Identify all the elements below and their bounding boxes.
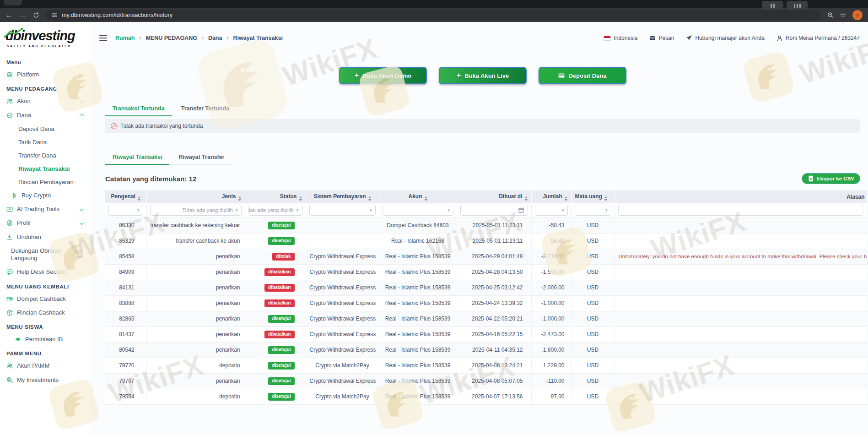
export-csv-button[interactable]: x Ekspor ke CSV [802, 173, 860, 184]
cell-sistem [306, 233, 379, 249]
filter-jenis[interactable]: Tidak ada yang dipilih▾ [150, 205, 242, 216]
cell-status: disetujui [245, 218, 306, 233]
cell-dibuat: 2025-04-22 05:20:21 [457, 311, 531, 326]
sidebar-item-ai-trading-tools[interactable]: AIAI Trading Tools [0, 202, 90, 216]
profile-avatar[interactable]: r [852, 10, 863, 20]
sidebar-item-rincian-pembayaran[interactable]: Rincian Pembayaran [0, 175, 90, 189]
sidebar-item-my-investments[interactable]: My Investments [0, 373, 90, 387]
filter-mata-uang[interactable]: ▾ [575, 205, 611, 216]
sidebar-item-buy-crypto[interactable]: BBuy Crypto [0, 189, 90, 202]
sidebar-item-akun[interactable]: Akun [0, 94, 90, 108]
paper-plane-icon [686, 35, 692, 41]
sidebar-item-help-desk-section[interactable]: Help Desk Section [0, 265, 90, 279]
zoom-icon[interactable] [827, 12, 834, 18]
filter-pengenal[interactable]: ▾ [108, 205, 143, 216]
url-bar[interactable]: my.dbinvesting.com/id/transactions/histo… [46, 10, 821, 21]
brand-logo[interactable]: dbinvesting SAFELY AND REGULATED [0, 27, 90, 49]
sort-icon[interactable] [238, 196, 241, 201]
language-selector[interactable]: Indonesia [604, 35, 637, 41]
logo-swoosh-icon [4, 27, 24, 39]
browser-tab[interactable] [4, 0, 22, 5]
cell-akun: Real - Islamic Plus 158539 [379, 342, 457, 358]
col-status[interactable]: Status [245, 190, 306, 203]
cell-akun: Real - Islamic Plus 158539 [379, 295, 457, 311]
site-info-icon[interactable] [51, 12, 58, 18]
col-dibuat-di[interactable]: Dibuat di [457, 190, 531, 203]
cell-mata-uang: USD [571, 326, 615, 342]
back-icon[interactable]: ← [5, 11, 13, 19]
col-alasan[interactable]: Alasan [615, 190, 867, 203]
col-jumlah[interactable]: Jumlah [531, 190, 571, 203]
col-pengenal[interactable]: Pengenal [105, 190, 146, 203]
sort-icon[interactable] [604, 196, 607, 201]
filter-status[interactable]: Tidak ada yang dipilih▾ [248, 205, 302, 216]
menu-toggle[interactable] [99, 35, 107, 41]
user-menu[interactable]: Roni Meisa Permana / 263247 [776, 35, 860, 41]
messages-link[interactable]: Pesan [649, 35, 674, 41]
forward-icon[interactable]: → [19, 11, 27, 19]
sort-icon[interactable] [299, 196, 302, 201]
cell-dibuat: 2025-05-01 11:23:11 [457, 233, 531, 249]
cell-dibuat: 2025-04-07 17:13:56 [457, 389, 531, 404]
tab-riwayat-transaksi[interactable]: Riwayat Transaksi [105, 151, 169, 165]
col-sistem-pembayaran[interactable]: Sistem Pembayaran [306, 190, 379, 203]
sidebar-item-transfer-dana[interactable]: Transfer Dana [0, 149, 90, 162]
user-icon [776, 35, 783, 41]
chevron-down-icon: ▾ [236, 208, 238, 212]
search-user-icon [6, 377, 13, 383]
sidebar-item-permintaan-ib[interactable]: Permintaan IB [0, 332, 90, 346]
table-row: 81437penarikandibatalkanCrypto Withdrawa… [105, 326, 867, 342]
sidebar-item-dukungan-obrolan-langsung[interactable]: Dukungan Obrolan Langsung [0, 244, 90, 266]
sidebar-item-rincian-cashback[interactable]: $Rincian Cashback [0, 306, 90, 320]
chevron-down-icon [80, 207, 84, 211]
breadcrumb-dana[interactable]: Dana [208, 35, 222, 41]
sidebar-item-deposit-dana[interactable]: Deposit Dana [0, 122, 90, 136]
col-akun[interactable]: Akun [379, 190, 457, 203]
sort-icon[interactable] [368, 196, 371, 201]
filter-jumlah[interactable]: ▾ [535, 205, 568, 216]
sidebar-item-profil[interactable]: Profil [0, 216, 90, 230]
contact-manager-link[interactable]: Hubungi manajer akun Anda [686, 35, 764, 41]
cell-id: 86330 [105, 218, 146, 233]
open-demo-account-button[interactable]: + Buka Akun Demo [339, 67, 427, 84]
sidebar-item-dana[interactable]: Dana [0, 109, 90, 122]
sidebar-item-unduhan[interactable]: Unduhan [0, 230, 90, 244]
filter-alasan[interactable] [618, 205, 863, 216]
breadcrumb-current: Riwayat Transaksi [233, 35, 282, 41]
breadcrumb-rumah[interactable]: Rumah [115, 35, 135, 41]
tab-transaksi-tertunda[interactable]: Transaksi Tertunda [105, 103, 172, 116]
filter-dibuat-di[interactable] [460, 205, 528, 216]
sort-icon[interactable] [138, 196, 140, 201]
cell-status: disetujui [245, 342, 306, 358]
breadcrumb: Rumah › MENU PEDAGANG › Dana › Riwayat T… [115, 35, 283, 41]
filter-akun[interactable]: ▾ [383, 205, 453, 216]
col-mata-uang[interactable]: Mata uang [571, 190, 615, 203]
cell-jumlah: -2,000.00 [531, 280, 571, 295]
deposit-funds-button[interactable]: Deposit Dana [539, 67, 626, 84]
cell-id: 82865 [105, 311, 146, 326]
col-jenis[interactable]: Jenis [146, 190, 245, 203]
bitcoin-icon: B [11, 192, 17, 199]
reload-icon[interactable] [33, 12, 39, 18]
sidebar-section-pamm-menu: PAMM MENU [0, 346, 90, 359]
sort-icon[interactable] [425, 196, 427, 201]
tab-riwayat-transfer[interactable]: Riwayat Transfer [171, 151, 232, 165]
download-icon [6, 234, 13, 240]
prohibit-icon [111, 123, 117, 129]
users-icon [6, 98, 13, 104]
sidebar-item-riwayat-transaksi[interactable]: Riwayat Transaksi [0, 162, 90, 175]
sort-icon[interactable] [525, 196, 528, 201]
sidebar-item-akun-pamm[interactable]: Akun PAMM [0, 359, 90, 373]
sidebar-item-tarik-dana[interactable]: Tarik Dana [0, 136, 90, 149]
tab-strip-widget[interactable] [762, 1, 783, 10]
sidebar-item-dompet-cashback[interactable]: Dompet Cashback [0, 292, 90, 306]
sort-icon[interactable] [565, 196, 567, 201]
bookmark-star-icon[interactable]: ☆ [840, 11, 846, 18]
open-live-account-button[interactable]: + Buka Akun Live [439, 67, 527, 84]
tab-strip-widget[interactable] [787, 1, 808, 10]
cell-sistem: Crypto via Match2Pay [306, 389, 379, 404]
filter-sistem-pembayaran[interactable]: ▾ [309, 205, 376, 216]
sidebar-item-platform[interactable]: Platform [0, 68, 90, 82]
tab-transfer-tertunda[interactable]: Transfer Tertunda [174, 103, 237, 116]
breadcrumb-menu-pedagang[interactable]: MENU PEDAGANG [146, 35, 197, 41]
